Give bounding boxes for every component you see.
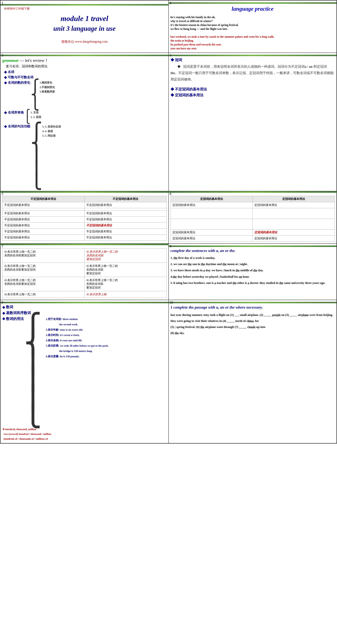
cell-number-10: 10 [170, 301, 173, 304]
cell-number-9: 9 [2, 301, 3, 304]
sentence-red-1: last weekend, we took a tour by coach to… [170, 35, 335, 38]
table-row: 不定冠词的基本用法 不定冠词的基本用法 [2, 202, 167, 208]
cell-number-4: 4 [170, 54, 172, 58]
grammar-subtitle: 复习名词、冠词和数词的用法 [6, 64, 167, 68]
table5-r1c1: 不定冠词的基本用法 [2, 202, 84, 208]
table-row: 不定冠词的基本用法 不定冠词的基本用法 [2, 216, 167, 222]
exercise-item-4: 4.the day before yesterday we played / b… [170, 274, 335, 279]
table7-r3c1: 4) 表示世界上独一无二的东西的名词前要加定冠词 [2, 277, 84, 291]
grammar-item-number-change: ◆ 名词的数的变化 ⎧⎨⎩ 1.规则变化 2.不规则变化 3.单复数同形 [4, 80, 167, 109]
numeral-usage-title: ◆ 数词的用法 ⎧⎨⎪⎪⎪⎩ 1.用于名词前: three student th… [2, 316, 167, 425]
cell-10: 10 1 complete the passage with a, an or … [168, 300, 337, 443]
website-label: 道格办公-www.daogebangong.com [2, 40, 167, 44]
table-row: 定冠词的基本用法 定冠词的基本用法 [170, 202, 335, 208]
cell-3: 3 grammar — let's review！ 复习名词、冠词和数词的用法 … [0, 53, 168, 191]
cell-7: 7 4) 表示世界上独一无二的东西的名词前要加定冠词 4) 表示世界上独一无二的… [0, 244, 168, 300]
table5-r6c2: 不定冠词的基本用法 [84, 229, 166, 235]
table5-r2c1 [2, 208, 84, 210]
table7-r3c2: 4) 表示世界上独一无二的东西的名词前要加定冠词 [84, 277, 166, 291]
table5-r2c2 [84, 208, 166, 210]
sentence-3: it's the busiest season in china because… [170, 24, 335, 27]
table6-r2c1 [170, 208, 252, 219]
sentence-red-2: the train to beijing. [170, 39, 335, 42]
table6-r3c1 [170, 219, 252, 230]
exercise-item-1: 1. the first day of a week is sunday. [170, 256, 335, 260]
sentence-2: why is travel so difficult in winter? [170, 20, 335, 23]
grammar-item-syntax: ◆ 名词的句法功能 ⎧⎨⎪⎪⎩ 3. 3. 宾语补足语 4. 4. 表语 5. … [4, 124, 167, 188]
table5-r5c1: 不定冠词的基本用法 [2, 222, 84, 229]
table-row: 不定冠词的基本用法 不定冠词的基本用法 [2, 210, 167, 216]
grammar-item-countable: ◆ 可数与不可数名词 [4, 75, 167, 80]
table-row: 定冠词的基本用法 定冠词的基本用法 [170, 236, 335, 242]
noun-label: 名词 [8, 70, 14, 74]
cell-2: 2 language practice he's staying with hi… [168, 0, 337, 53]
cell-number-8: 8 [170, 244, 172, 248]
indefinite-article-label: ◆ 不定冠词的基本用法 [170, 87, 335, 92]
grammar-label: grammar [2, 58, 19, 63]
table5-r4c2: 不定冠词的基本用法 [84, 216, 166, 222]
review-label: — let's review！ [20, 58, 49, 63]
sentence-red-4: you can have my seat. [170, 47, 335, 50]
table-row: 4) 表示世界上独一无二的 4) 表示世界上独 [2, 291, 167, 298]
table6-col2-header: 定冠词的基本用法 [252, 196, 335, 202]
cell-number-2: 2 [170, 1, 172, 5]
sentence-4: we flew to hong kong — and the flight wa… [170, 27, 335, 30]
table5-r7c1: 不定冠词的基本用法 [2, 235, 84, 241]
article-usage-table: 4) 表示世界上独一无二的东西的名词前要加定冠词 4) 表示世界上独一无二的东西… [2, 248, 167, 298]
table5-col1-header: 不定冠词的基本用法 [2, 196, 84, 202]
cell-6: 6 定冠词的基本用法 定冠词的基本用法 定冠词的基本用法 定冠词的基本用法 [168, 191, 337, 244]
table5-col2-header: 不定冠词的基本用法 [84, 196, 166, 202]
table-row: 4) 表示世界上独一无二的东西的名词前要加定冠词 4) 表示世界上独一无二的东西… [2, 248, 167, 263]
table7-r4c2: 4) 表示世界上独 [84, 291, 166, 298]
exercise-item-2: 2. we can see the sun in the daytime and… [170, 262, 335, 266]
table6-r5c2: 定冠词的基本用法 [252, 236, 335, 242]
cell-number-1: 1 [2, 1, 3, 5]
table7-r2c1: 4) 表示世界上独一无二的东西的名词前要加定冠词 [2, 263, 84, 277]
table7-r4c1: 4) 表示世界上独一无二的 [2, 291, 84, 298]
sentence-red-3: he pushed past them and towards his seat… [170, 43, 335, 46]
passage-content: last year during summer, tony took a fli… [170, 312, 335, 336]
table-row: 不定冠词的基本用法 不定冠词的基本用法 [2, 229, 167, 235]
definite-article-table: 定冠词的基本用法 定冠词的基本用法 定冠词的基本用法 定冠词的基本用法 [170, 196, 335, 242]
table6-r4c1: 定冠词的基本用法 [170, 230, 252, 236]
lang-practice-title: language practice [170, 6, 335, 12]
table6-r4c2: 定冠词的基本用法 [252, 230, 335, 236]
table6-col1-header: 定冠词的基本用法 [170, 196, 252, 202]
table6-r1c1: 定冠词的基本用法 [170, 202, 252, 208]
cell-1: 1 外研初中三年级下册 module 1 travel unit 3 langu… [0, 0, 168, 53]
cell-number-3: 3 [2, 54, 3, 58]
definite-article-label: ◆ 定冠词的基本用法 [170, 93, 335, 98]
cell-number-7: 7 [2, 244, 3, 248]
table5-r1c2: 不定冠词的基本用法 [84, 202, 166, 208]
star-note: ★ hundred, thousand, million two (severa… [2, 427, 167, 441]
sentence-1: he's staying with his family in the uk. [170, 16, 335, 19]
table6-r2c2 [252, 208, 335, 219]
table5-r5c2: 不定冠词的基本用法 [84, 222, 166, 229]
table5-r3c2: 不定冠词的基本用法 [84, 210, 166, 216]
grammar-item-noun: ◆ 名词 [4, 70, 167, 74]
table-row [2, 208, 167, 210]
table7-r1c2: 4) 表示世界上独一无二的东西的名词前要加定冠词 [84, 248, 166, 263]
table-row: 4) 表示世界上独一无二的东西的名词前要加定冠词 4) 表示世界上独一无二的东西… [2, 277, 167, 291]
grammar-title: grammar — let's review！ [2, 58, 167, 63]
cell-number-5: 5 [2, 192, 3, 196]
article-content: ◆ 冠词是置于名词前，用来说明名词所表示的人或物的一种虚词。冠词分为不定冠词a … [170, 64, 335, 82]
grammar-item-possessive: ◆ 名词所有格 ⎧⎩ 1. 主语 2. 2. 宾语 [4, 110, 167, 123]
table7-r2c2: 4) 表示世界上独一无二的东西的名词前要加定冠词 [84, 263, 166, 277]
table-row: 定冠词的基本用法 定冠词的基本用法 [170, 230, 335, 236]
table6-r3c2 [252, 219, 335, 230]
subtitle: 外研初中三年级下册 [2, 7, 167, 11]
table5-r4c1: 不定冠词的基本用法 [2, 216, 84, 222]
exercise-item-3: 3. we have three meals in a day. we have… [170, 268, 335, 273]
table-row: 4) 表示世界上独一无二的东西的名词前要加定冠词 4) 表示世界上独一无二的东西… [2, 263, 167, 277]
exercise-title: complete the sentences with a, an or the… [170, 248, 335, 253]
cell-number-6: 6 [170, 192, 172, 196]
unit-title: unit 3 language in use [2, 24, 167, 32]
cell-9: 9 ◆ 数词 ◆ 基数词和序数词 ◆ 数词的用法 ⎧⎨⎪⎪⎪⎩ 1.用于名词前:… [0, 300, 168, 443]
table5-r7c2: 不定冠词的基本用法 [84, 235, 166, 241]
table5-r3c1: 不定冠词的基本用法 [2, 210, 84, 216]
table-row [170, 219, 335, 230]
article-title: ◆ 冠词 [170, 58, 335, 62]
table6-r5c1: 定冠词的基本用法 [170, 236, 252, 242]
cell-8: 8 complete the sentences with a, an or t… [168, 244, 337, 300]
